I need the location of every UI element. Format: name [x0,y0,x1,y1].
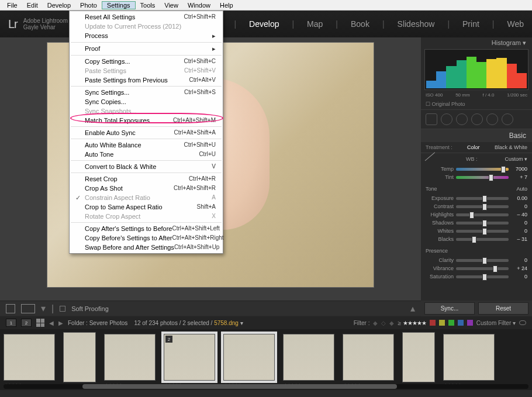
slider-vibrance[interactable]: Vibrance+ 24 [421,264,532,272]
crop-tool-icon[interactable] [426,113,437,125]
menu-item[interactable]: Sync Copies... [70,97,223,106]
menu-item[interactable]: Enable Auto SyncCtrl+Alt+Shift+A [70,128,223,137]
basic-panel-header[interactable]: Basic [421,129,532,142]
filmstrip-thumb[interactable]: ★★★★★ [402,332,435,382]
menu-develop[interactable]: Develop [43,2,75,9]
menu-item[interactable]: Match Total ExposuresCtrl+Alt+Shift+M [70,116,223,125]
menu-photo[interactable]: Photo [75,2,102,9]
second-display-2[interactable]: 2 [21,319,32,327]
spot-removal-icon[interactable] [441,113,452,125]
adjust-brush-icon[interactable] [502,113,513,125]
slider-blacks[interactable]: Blacks– 31 [421,235,532,243]
menu-settings[interactable]: Settings [102,1,136,9]
menu-item[interactable]: Convert to Black & WhiteV [70,162,223,171]
flag-picked-icon[interactable]: ◆ [373,320,378,326]
radial-filter-icon[interactable] [486,113,498,125]
second-display-1[interactable]: 1 [6,319,16,327]
module-develop[interactable]: Develop [249,19,279,29]
flag-rejected-icon[interactable]: ◆ [389,320,394,326]
histogram-readout: ISO 40050 mmf / 4.01/200 sec [421,91,532,99]
menu-item[interactable]: Reset All SettingsCtrl+Shift+R [70,12,223,22]
slider-temp[interactable]: Temp7000 [421,165,532,173]
toolbar-collapse-icon[interactable]: ▴ [410,303,415,314]
filmstrip-thumb[interactable]: ★★★★★ [343,334,394,381]
treatment-bw[interactable]: Black & White [495,144,527,150]
eyedropper-icon[interactable] [425,152,440,165]
module-print[interactable]: Print [462,19,479,29]
label-yellow-icon[interactable] [439,320,445,326]
filmstrip-thumb[interactable]: ★★★★★ [104,334,156,381]
menu-item[interactable]: Paste Settings from PreviousCtrl+Alt+V [70,75,223,85]
flag-unflagged-icon[interactable]: ◇ [381,320,386,326]
menu-item[interactable]: Crop to Same Aspect RatioShift+A [70,202,223,212]
filmstrip-thumb[interactable]: ★★★★★ [283,334,334,381]
menu-edit[interactable]: Edit [22,2,43,9]
auto-tone-button[interactable]: Auto [516,186,527,192]
menu-item[interactable]: Swap Before and After SettingsCtrl+Alt+S… [70,243,223,252]
wb-dropdown[interactable]: Custom ▾ [505,156,527,162]
menu-view[interactable]: View [160,2,183,9]
module-web[interactable]: Web [507,19,524,29]
filter-preset-dropdown[interactable]: Custom Filter ▾ [476,320,516,326]
filmstrip-header: 1 2 ◀ ▶ Folder : Severe Photos 12 of 234… [0,316,532,329]
original-photo-checkbox[interactable]: ☐ Original Photo [421,99,532,109]
slider-tint[interactable]: Tint+ 7 [421,173,532,181]
menu-item[interactable]: Auto White BalanceCtrl+Shift+U [70,140,223,150]
slider-contrast[interactable]: Contrast0 [421,202,532,210]
filmstrip-thumb[interactable]: ★★★★★ [223,334,275,381]
grad-filter-icon[interactable] [471,113,483,125]
label-green-icon[interactable] [448,320,454,326]
filter-lock-icon[interactable] [519,320,526,325]
menu-window[interactable]: Window [183,2,215,9]
module-slideshow[interactable]: Slideshow [398,19,435,29]
treatment-color[interactable]: Color [467,144,480,150]
redeye-tool-icon[interactable] [456,113,468,125]
filmstrip-thumb[interactable]: ★★★★★ [4,334,55,381]
menu-item[interactable]: Auto ToneCtrl+U [70,150,223,159]
module-picker: Library| Develop| Map| Book| Slideshow| … [196,19,524,29]
slider-highlights[interactable]: Highlights– 40 [421,210,532,219]
rating-filter[interactable]: ≥ ★★★★★ [398,320,426,326]
next-photo-icon[interactable]: ▶ [58,320,63,326]
module-map[interactable]: Map [307,19,323,29]
label-purple-icon[interactable] [467,320,473,326]
loupe-view-icon[interactable] [6,304,15,313]
slider-saturation[interactable]: Saturation0 [421,272,532,281]
app-title-block: Adobe Lightroom 5 Gayle Vehar [23,18,73,30]
label-blue-icon[interactable] [458,320,464,326]
app-title: Adobe Lightroom 5 [23,18,73,24]
histogram[interactable] [424,49,528,90]
menu-item[interactable]: Reset CropCtrl+Alt+R [70,174,223,184]
menu-item[interactable]: Copy After's Settings to BeforeCtrl+Alt+… [70,224,223,233]
label-red-icon[interactable] [430,320,436,326]
slider-exposure[interactable]: Exposure0.00 [421,194,532,202]
menu-item[interactable]: Proof [70,44,223,54]
menu-item[interactable]: Copy Before's Settings to AfterCtrl+Alt+… [70,233,223,243]
slider-whites[interactable]: Whites0 [421,227,532,235]
breadcrumb[interactable]: Folder : Severe Photos 12 of 234 photos … [68,320,243,326]
menu-help[interactable]: Help [215,2,238,9]
histogram-header[interactable]: Histogram ▾ [421,37,532,48]
grid-view-icon[interactable] [36,319,44,327]
module-book[interactable]: Book [351,19,369,29]
prev-photo-icon[interactable]: ◀ [49,320,54,326]
menu-item[interactable]: Process [70,31,223,41]
before-after-icon[interactable] [21,304,35,313]
softproof-checkbox[interactable] [60,306,65,312]
menu-item[interactable]: Crop As ShotCtrl+Alt+Shift+R [70,184,223,193]
under-canvas-toolbar: ▾ | Soft Proofing ▴ [0,301,421,316]
menu-item[interactable]: Copy Settings...Ctrl+Shift+C [70,57,223,66]
filmstrip-thumb[interactable]: ★★★★★ [443,334,495,381]
slider-shadows[interactable]: Shadows0 [421,219,532,227]
develop-right-panel: Histogram ▾ ISO 40050 mmf / 4.01/200 sec… [421,37,532,301]
slider-clarity[interactable]: Clarity0 [421,256,532,264]
menu-file[interactable]: File [2,2,22,9]
filmstrip-thumb[interactable]: 2★★★★★ [164,334,215,381]
menu-item[interactable]: Sync Settings...Ctrl+Shift+S [70,88,223,97]
filmstrip-scrollbar[interactable] [4,384,528,389]
reset-button[interactable]: Reset [478,302,528,315]
menu-tools[interactable]: Tools [136,2,160,9]
sync-button[interactable]: Sync... [424,302,475,315]
filmstrip-thumb[interactable]: ★★★★★ [63,332,96,382]
filmstrip[interactable]: ★★★★★★★★★★★★★★★2★★★★★★★★★★★★★★★★★★★★★★★★… [0,329,532,390]
